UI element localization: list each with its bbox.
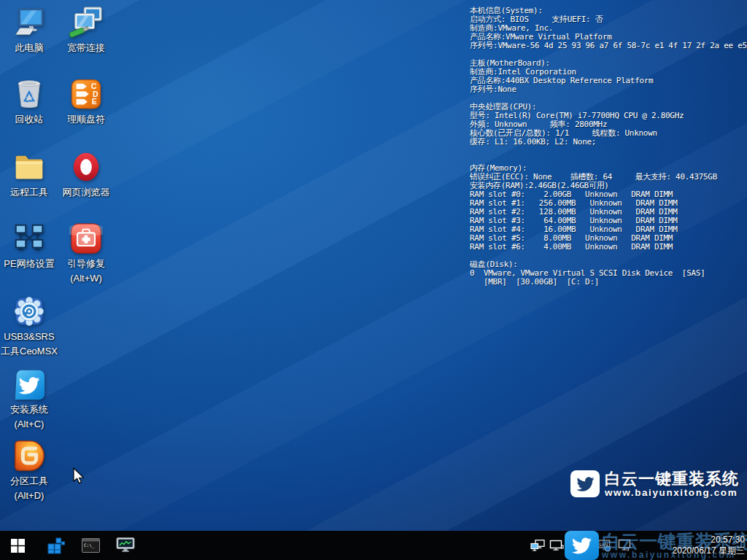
icon-label: 引导修复 <box>58 257 115 270</box>
twitter-bird-icon <box>576 475 595 493</box>
desktop-icon-boot-repair[interactable]: 引导修复 (Alt+W) <box>58 222 115 284</box>
icon-label: 远程工具 <box>1 186 58 198</box>
windows-logo-icon <box>11 539 25 553</box>
tray-display-settings[interactable] <box>528 531 547 560</box>
gear-swirl-icon <box>12 295 46 328</box>
watermark-title: 白云一键重装系统 <box>605 470 739 488</box>
desktop-icon-drive-letter-tool[interactable]: C D E 理顺盘符 <box>58 77 115 125</box>
brand-watermark: 白云一键重装系统 www.baiyunxitong.com <box>570 470 739 498</box>
desktop-area: 此电脑 宽带连接 <box>0 0 747 531</box>
tray-network-display[interactable] <box>547 531 566 560</box>
pe-desktop: 此电脑 宽带连接 <box>0 0 747 560</box>
taskbar-app-registry-tool[interactable] <box>38 531 73 560</box>
desktop-icon-partition-tool[interactable]: 分区工具 (Alt+D) <box>1 439 58 502</box>
twitter-bird-icon <box>570 536 593 556</box>
system-tray <box>528 531 566 560</box>
twitter-bird-tile-icon <box>12 368 46 401</box>
desktop-icon-remote-tools[interactable]: 远程工具 <box>1 150 58 198</box>
taskbar-clock[interactable]: 20:57:30 2020/06/17 星期三 <box>673 534 745 556</box>
taskbar-app-task-manager[interactable] <box>108 531 143 560</box>
icon-label: 宽带连接 <box>58 42 115 54</box>
desktop-icon-web-browser[interactable]: 网页浏览器 <box>58 150 115 198</box>
opera-browser-icon <box>69 150 103 184</box>
desktop-icon-pe-network[interactable]: PE网络设置 <box>1 222 58 270</box>
icon-label: 理顺盘符 <box>58 113 115 125</box>
desktop-icon-usb3-srs-tool[interactable]: USB3&SRS 工具CeoMSX <box>1 295 58 357</box>
cmd-prompt-text: C:\_ <box>84 542 95 548</box>
tray-hidden-icons: LAN <box>598 531 632 560</box>
desktop-icon-install-system[interactable]: 安装系统 (Alt+C) <box>1 368 58 430</box>
folder-icon <box>12 150 46 184</box>
start-button[interactable] <box>0 531 35 560</box>
dual-display-icon <box>530 540 545 552</box>
diskgenius-icon <box>12 439 46 472</box>
computer-icon <box>12 6 46 39</box>
desktop-icon-recycle-bin[interactable]: 回收站 <box>1 77 58 125</box>
clock-date: 2020/06/17 星期三 <box>673 545 745 556</box>
icon-label: 此电脑 <box>1 42 58 54</box>
lan-tray-icon[interactable]: LAN <box>598 539 611 552</box>
icon-label: 网页浏览器 <box>58 186 115 198</box>
icon-label: 回收站 <box>1 113 58 125</box>
desktop-icon-this-pc[interactable]: 此电脑 <box>1 6 58 54</box>
system-info-cpu: 中央处理器(CPU): 型号: Intel(R) Core(TM) i7-770… <box>470 103 747 147</box>
display-tray-icon[interactable] <box>618 539 632 552</box>
taskbar-app-command-prompt[interactable]: C:\_ <box>73 531 108 560</box>
desktop-icon-broadband[interactable]: 宽带连接 <box>58 6 115 54</box>
icon-label: PE网络设置 <box>1 257 58 270</box>
icon-label: 分区工具 <box>1 475 58 487</box>
blue-cubes-icon <box>46 536 65 555</box>
performance-monitor-icon <box>116 537 135 554</box>
icon-label-line2: (Alt+W) <box>58 272 115 284</box>
system-info-memory: 内存(Memory): 错误纠正(ECC): None 插槽数: 64 最大支持… <box>470 164 747 252</box>
system-info-panel: 本机信息(System): 启动方式: BIOS 支持UEFI: 否 制造商:V… <box>470 7 747 487</box>
icon-label: USB3&SRS <box>1 330 58 343</box>
drive-letters-icon: C D E <box>69 77 103 111</box>
cmd-window-icon: C:\_ <box>82 537 100 553</box>
network-settings-icon <box>12 222 46 255</box>
recycle-bin-icon <box>12 77 46 111</box>
icon-label-line2: (Alt+D) <box>1 489 58 502</box>
taskbar: C:\_ <box>0 531 747 560</box>
system-info-motherboard: 主板(MotherBoard): 制造商:Intel Corporation 产… <box>470 59 747 94</box>
mouse-cursor <box>73 467 87 485</box>
clock-time: 20:57:30 <box>673 534 745 545</box>
lan-badge-text: LAN <box>600 542 608 547</box>
drive-letter-e: E <box>92 97 97 106</box>
twitter-bird-badge-taskbar <box>565 531 599 560</box>
system-info-disk: 磁盘(Disk): 0 VMware, VMware Virtual S SCS… <box>470 260 747 287</box>
twitter-bird-badge <box>570 470 600 497</box>
watermark-url: www.baiyunxitong.com <box>605 488 739 498</box>
broadband-connection-icon <box>69 6 103 39</box>
monitor-network-icon <box>549 540 564 552</box>
first-aid-kit-icon <box>69 222 103 255</box>
icon-label-line2: 工具CeoMSX <box>1 345 58 357</box>
system-info-system: 本机信息(System): 启动方式: BIOS 支持UEFI: 否 制造商:V… <box>470 7 747 50</box>
icon-label-line2: (Alt+C) <box>1 418 58 430</box>
icon-label: 安装系统 <box>1 403 58 416</box>
